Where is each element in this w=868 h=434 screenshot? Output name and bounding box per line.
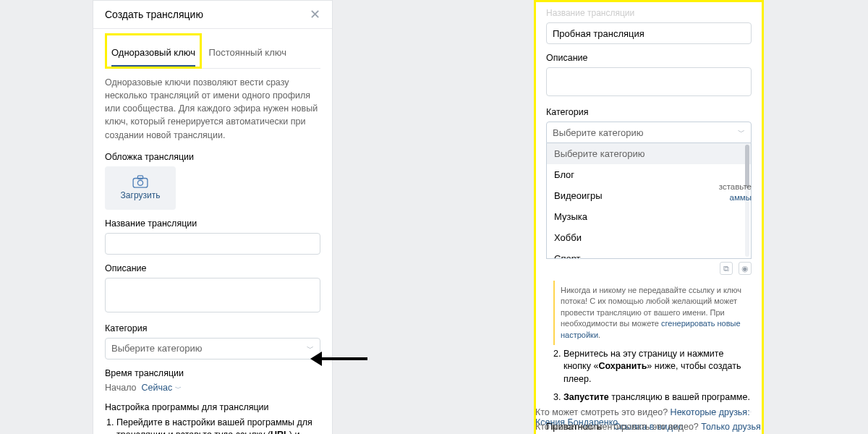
category-label: Категория — [546, 107, 752, 117]
stream-name-input[interactable] — [546, 22, 752, 44]
category-option[interactable]: Хобби — [547, 227, 751, 248]
name-label-cut: Название трансляции — [546, 8, 752, 18]
tabs-description: Одноразовые ключи позволяют вести сразу … — [105, 76, 320, 142]
tab-permanent-key[interactable]: Постоянный ключ — [205, 40, 286, 65]
create-stream-modal: Создать трансляцию ✕ Одноразовый ключ По… — [93, 0, 333, 434]
chevron-down-icon: ﹀ — [175, 385, 182, 392]
chevron-down-icon: ﹀ — [738, 127, 745, 137]
category-option[interactable]: Музыка — [547, 206, 751, 227]
modal-title: Создать трансляцию — [105, 9, 203, 20]
eye-icon[interactable]: ◉ — [739, 262, 752, 275]
copy-icon[interactable]: ⧉ — [720, 262, 733, 275]
category-placeholder: Выберите категорию — [111, 343, 203, 354]
setup-label: Настройка программы для трансляции — [105, 402, 320, 412]
who-comment-label: Кто может комментировать это видео? — [535, 422, 699, 432]
close-icon[interactable]: ✕ — [310, 8, 320, 21]
time-now-link[interactable]: Сейчас ﹀ — [142, 383, 182, 393]
setup-step-2: Вернитесь на эту страницу и нажмите кноп… — [563, 348, 752, 386]
who-watch-label: Кто может смотреть это видео? — [535, 407, 668, 417]
category-select[interactable]: Выберите категорию ﹀ — [105, 338, 320, 359]
time-start-label: Начало — [105, 383, 137, 393]
annotation-arrow — [320, 357, 367, 360]
stream-description-input[interactable] — [105, 278, 320, 312]
stream-warning: Никогда и никому не передавайте ссылку и… — [553, 281, 752, 345]
stream-name-input[interactable] — [105, 233, 320, 255]
upload-cover-button[interactable]: Загрузить — [105, 166, 176, 210]
name-label: Название трансляции — [105, 218, 320, 229]
description-label: Описание — [546, 53, 752, 63]
category-option[interactable]: Выберите категорию — [547, 143, 751, 164]
description-label: Описание — [105, 263, 320, 273]
category-option[interactable]: Спорт — [547, 248, 751, 259]
who-comment-value[interactable]: Только друзья — [701, 422, 761, 432]
tab-one-time-key[interactable]: Одноразовый ключ — [111, 40, 195, 67]
cover-label: Обложка трансляции — [105, 152, 320, 162]
right-panel: Название трансляции Описание Категория В… — [534, 0, 764, 434]
svg-rect-0 — [133, 179, 148, 188]
svg-point-2 — [137, 180, 142, 185]
hint-cut-1: зставьте — [719, 182, 752, 191]
stream-description-input[interactable] — [546, 67, 752, 96]
hint-cut-2: аммы — [730, 193, 752, 202]
category-label: Категория — [105, 323, 320, 333]
upload-label: Загрузить — [121, 190, 161, 200]
setup-step-3: Запустите трансляцию в вашей программе. — [563, 391, 752, 404]
time-label: Время трансляции — [105, 368, 320, 378]
setup-step-1: Перейдите в настройки вашей программы дл… — [116, 417, 320, 434]
camera-icon — [132, 175, 148, 188]
